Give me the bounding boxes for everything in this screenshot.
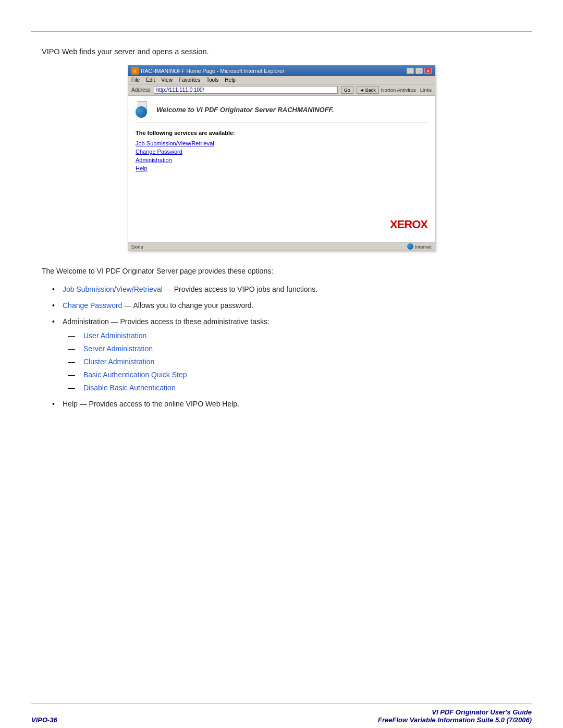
service-link-password[interactable]: Change Password — [136, 149, 182, 155]
help-text: Help — Provides access to the online VIP… — [63, 400, 239, 408]
address-label: Address — [131, 87, 151, 93]
xerox-logo: XEROX — [390, 218, 427, 231]
browser-window: e RACHMANINOFF Home Page - Microsoft Int… — [128, 65, 435, 251]
list-item: Cluster Administration — [68, 356, 521, 367]
browser-menu-bar: File Edit View Favorites Tools Help — [128, 76, 435, 84]
menu-help[interactable]: Help — [225, 77, 236, 83]
bullet-list: Job Submission/View/Retrieval — Provides… — [52, 284, 521, 410]
list-item: Job Submission/View/Retrieval — Provides… — [52, 284, 521, 295]
back-button[interactable]: ◄ Back — [357, 87, 379, 94]
page-container: VIPO Web finds your server and opens a s… — [0, 0, 563, 728]
footer-guide-title: VI PDF Originator User's Guide — [378, 708, 532, 716]
links-label: Links — [420, 87, 432, 93]
service-link-help[interactable]: Help — [136, 165, 148, 171]
list-item: Help — [136, 165, 427, 171]
browser-win-controls: _ □ ✕ — [407, 68, 432, 74]
list-item: Job Submission/View/Retrieval — [136, 140, 427, 146]
sub-list: User Administration Server Administratio… — [68, 330, 521, 393]
status-done: Done — [131, 244, 143, 250]
menu-file[interactable]: File — [131, 77, 140, 83]
footer-page-number: VIPO-36 — [31, 716, 57, 724]
list-item: Disable Basic Authentication — [68, 382, 521, 393]
address-url: http://111.111.0.100/ — [156, 87, 204, 93]
welcome-icon — [136, 101, 152, 118]
browser-title-bar: e RACHMANINOFF Home Page - Microsoft Int… — [128, 66, 435, 76]
intro-text: VIPO Web finds your server and opens a s… — [42, 47, 521, 56]
go-button[interactable]: Go — [341, 87, 353, 94]
disable-basic-auth-link[interactable]: Disable Basic Authentication — [83, 384, 176, 392]
browser-title-icon: e — [131, 67, 139, 75]
list-item: Server Administration — [68, 343, 521, 354]
minimize-button[interactable]: _ — [407, 68, 414, 74]
browser-title-text: RACHMANINOFF Home Page - Microsoft Inter… — [141, 68, 284, 74]
list-item: Change Password — [136, 149, 427, 155]
change-password-text: — Allows you to change your password. — [122, 301, 253, 310]
list-item: Basic Authentication Quick Step — [68, 369, 521, 380]
list-item: Help — Provides access to the online VIP… — [52, 399, 521, 410]
browser-status-bar: Done Internet — [128, 242, 435, 251]
browser-address-bar: Address http://111.111.0.100/ Go ◄ Back … — [128, 84, 435, 96]
welcome-title: Welcome to VI PDF Originator Server RACH… — [156, 106, 334, 114]
browser-title-left: e RACHMANINOFF Home Page - Microsoft Int… — [131, 67, 284, 75]
list-item: Change Password — Allows you to change y… — [52, 300, 521, 311]
user-admin-link[interactable]: User Administration — [83, 331, 146, 340]
description-text: The Welcome to VI PDF Originator Server … — [42, 266, 521, 277]
nav-buttons: ◄ Back Norton Antivirus Links — [357, 87, 432, 94]
norton-antivirus-label: Norton Antivirus — [381, 87, 416, 93]
close-button[interactable]: ✕ — [424, 68, 432, 74]
internet-icon — [407, 243, 413, 250]
cluster-admin-link[interactable]: Cluster Administration — [83, 357, 154, 366]
browser-content: Welcome to VI PDF Originator Server RACH… — [128, 96, 435, 242]
content-area: VIPO Web finds your server and opens a s… — [0, 32, 563, 704]
restore-button[interactable]: □ — [415, 68, 423, 74]
globe-icon — [136, 106, 147, 118]
server-admin-link[interactable]: Server Administration — [83, 344, 153, 353]
footer-right: VI PDF Originator User's Guide FreeFlow … — [378, 708, 532, 724]
menu-edit[interactable]: Edit — [146, 77, 155, 83]
menu-favorites[interactable]: Favorites — [179, 77, 200, 83]
address-input[interactable]: http://111.111.0.100/ — [154, 86, 338, 94]
job-submission-link[interactable]: Job Submission/View/Retrieval — [63, 285, 163, 293]
footer-suite-title: FreeFlow Variable Information Suite 5.0 … — [378, 716, 532, 724]
status-internet-label: Internet — [415, 244, 432, 250]
menu-view[interactable]: View — [161, 77, 173, 83]
menu-tools[interactable]: Tools — [206, 77, 218, 83]
list-item: Administration — [136, 157, 427, 163]
services-list: Job Submission/View/Retrieval Change Pas… — [136, 140, 427, 171]
basic-auth-quick-step-link[interactable]: Basic Authentication Quick Step — [83, 371, 187, 379]
service-link-job[interactable]: Job Submission/View/Retrieval — [136, 140, 214, 146]
services-heading: The following services are available: — [136, 130, 427, 136]
list-item: Administration — Provides access to thes… — [52, 316, 521, 393]
job-submission-text: — Provides access to VIPO jobs and funct… — [163, 285, 317, 293]
page-footer: VIPO-36 VI PDF Originator User's Guide F… — [31, 704, 532, 728]
welcome-header: Welcome to VI PDF Originator Server RACH… — [136, 101, 427, 122]
administration-text: Administration — Provides access to thes… — [63, 317, 270, 326]
status-internet: Internet — [407, 243, 432, 250]
list-item: User Administration — [68, 330, 521, 341]
change-password-link[interactable]: Change Password — [63, 301, 122, 310]
service-link-admin[interactable]: Administration — [136, 157, 172, 163]
